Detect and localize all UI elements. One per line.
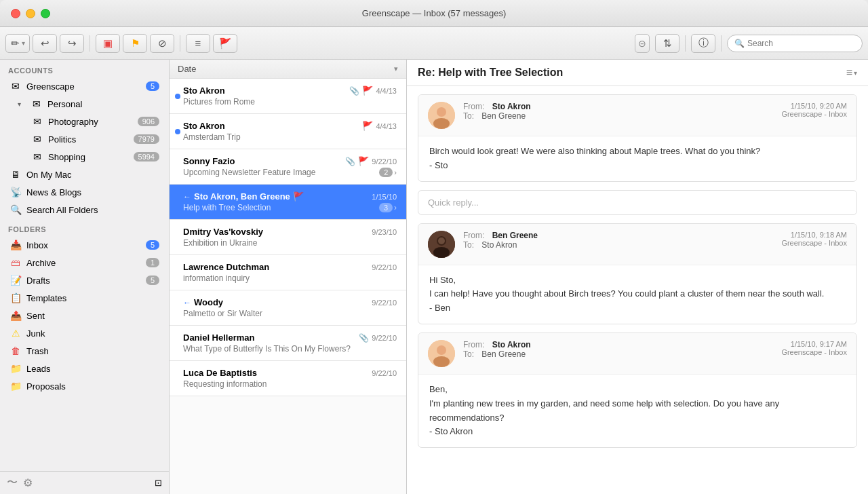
maximize-button[interactable] [41,9,50,18]
activity-icon[interactable]: 〜 [7,476,18,490]
sidebar-item-sent[interactable]: 📤 Sent [3,307,166,324]
msg-date: 9/22/10 [372,157,397,166]
sidebar-badge: 7979 [134,134,159,144]
minimize-button[interactable] [26,9,35,18]
sidebar-item-templates[interactable]: 📋 Templates [3,289,166,307]
msg-date: 4/4/13 [376,87,397,95]
search-input[interactable] [747,39,855,48]
filter-group[interactable]: ⊝ [635,34,650,53]
msg-sender: Luca De Baptistis [183,368,257,378]
message-item[interactable]: Sonny Fazio 📎 🚩 9/22/10 Upcoming Newslet… [170,149,406,185]
forward-icon: ↪ [68,37,77,50]
sidebar-item-leads[interactable]: 📁 Leads [3,360,166,377]
message-item[interactable]: Daniel Hellerman 📎 9/22/10 What Type of … [170,326,406,361]
note-button[interactable]: ≡ [186,34,210,53]
flag-icon: 🚩 [362,121,373,131]
msg-sender: Dmitry Vas'kovskiy [183,227,263,237]
accounts-section-label: Accounts [0,60,169,77]
sidebar-item-trash[interactable]: 🗑 Trash [3,342,166,360]
detail-header: Re: Help with Tree Selection ≡ ▾ [407,60,868,86]
msg-count-badge: 3 [379,203,393,212]
shopping-icon: ✉ [31,151,43,162]
message-item[interactable]: ← Woody 9/22/10 Palmetto or Sir Walter [170,290,406,326]
reply-icon: ↩ [41,37,50,50]
flag-button[interactable]: ⚑ [123,34,147,53]
msg-sender: Sto Akron [183,121,225,131]
traffic-lights [0,9,50,18]
proposals-folder-icon: 📁 [9,381,22,392]
close-button[interactable] [11,9,20,18]
sidebar-item-newsblogs[interactable]: 📡 News & Blogs [3,183,166,201]
msg-preview: Help with Tree Selection [183,203,271,212]
email-location: Greenscape - Inbox [781,239,847,247]
msg-preview: Pictures from Rome [183,97,353,107]
msg-sender: Lawrence Dutchman [183,262,269,272]
block-button[interactable]: ⊘ [150,34,174,53]
red-flag-button[interactable]: 🚩 [213,34,237,53]
email-location: Greenscape - Inbox [781,348,847,356]
sidebar-item-label: Inbox [26,240,141,250]
sidebar-badge: 1 [146,258,159,267]
sidebar-item-onmymac[interactable]: 🖥 On My Mac [3,166,166,183]
sidebar-item-drafts[interactable]: 📝 Drafts 5 [3,271,166,289]
sidebar: Accounts ✉ Greenscape 5 ▾ ✉ Personal ✉ P… [0,60,170,494]
msg-count-badge: 2 [379,168,393,177]
forward-button[interactable]: ↪ [60,34,84,53]
sidebar-item-politics[interactable]: ✉ Politics 7979 [3,130,166,148]
menu-lines-icon: ≡ [846,66,852,79]
sidebar-item-label: Photography [48,117,133,127]
junk-folder-icon: ⚠ [9,328,22,339]
archive-icon: ▣ [103,37,113,50]
email-from: Sto Akron [492,102,531,111]
sidebar-item-label: Personal [47,99,159,109]
settings-icon[interactable]: ⚙ [23,476,33,489]
message-item[interactable]: Lawrence Dutchman 9/22/10 information in… [170,255,406,290]
compose-button[interactable]: ✏ ▾ [5,34,30,53]
info-button[interactable]: ⓘ [691,34,715,53]
sidebar-item-label: Templates [26,293,159,303]
separator-3 [685,35,686,52]
rss-icon: 📡 [9,187,22,197]
compose-dropdown-icon: ▾ [22,39,25,47]
thread-button[interactable]: ⇅ [655,34,679,53]
detail-menu-button[interactable]: ≡ ▾ [846,66,857,79]
sidebar-item-label: News & Blogs [26,187,159,197]
main-layout: Accounts ✉ Greenscape 5 ▾ ✉ Personal ✉ P… [0,60,868,494]
search-container[interactable]: 🔍 [727,35,863,52]
msg-preview: What Type of Butterfly Is This On My Flo… [183,344,353,354]
drafts-folder-icon: 📝 [9,275,22,286]
sidebar-footer: 〜 ⚙ ⊡ [0,471,169,494]
message-item[interactable]: Sto Akron 🚩 4/4/13 Amsterdam Trip [170,114,406,149]
message-item[interactable]: Dmitry Vas'kovskiy 9/23/10 Exhibition in… [170,220,406,255]
message-item[interactable]: ← Sto Akron, Ben Greene 🚩 1/15/10 Help w… [170,185,406,220]
msg-sender: Sonny Fazio [183,156,235,166]
collapse-icon[interactable]: ⊡ [155,478,162,488]
sidebar-badge: 5 [146,240,159,250]
svg-point-5 [433,247,450,258]
sidebar-item-junk[interactable]: ⚠ Junk [3,324,166,342]
sort-label[interactable]: Date [178,64,394,74]
sidebar-item-personal[interactable]: ▾ ✉ Personal [3,95,166,113]
sidebar-item-greenscape[interactable]: ✉ Greenscape 5 [3,77,166,95]
sidebar-item-inbox[interactable]: 📥 Inbox 5 [3,236,166,254]
sidebar-item-label: Drafts [26,276,141,286]
sidebar-item-proposals[interactable]: 📁 Proposals [3,377,166,395]
search-icon: 🔍 [734,39,745,48]
sidebar-item-searchfolders[interactable]: 🔍 Search All Folders [3,201,166,218]
chevron-down-icon: ▾ [854,69,857,77]
quick-reply[interactable]: Quick reply... [418,190,857,215]
message-item[interactable]: Luca De Baptistis 9/22/10 Requesting inf… [170,361,406,396]
sidebar-item-archive[interactable]: 🗃 Archive 1 [3,254,166,271]
sidebar-item-label: Search All Folders [26,205,159,215]
reply-button[interactable]: ↩ [33,34,57,53]
sidebar-item-photography[interactable]: ✉ Photography 906 [3,113,166,130]
block-icon: ⊘ [158,37,167,50]
svg-point-9 [433,356,450,367]
sidebar-item-shopping[interactable]: ✉ Shopping 5994 [3,148,166,166]
archive-button[interactable]: ▣ [96,34,120,53]
flag-icon: 🚩 [293,191,304,202]
email-to: Sto Akron [481,240,517,250]
thread-icon: ⇅ [663,37,672,50]
message-item[interactable]: Sto Akron 📎 🚩 4/4/13 Pictures from Rome [170,79,406,114]
msg-sender: Sto Akron, Ben Greene [194,191,290,202]
